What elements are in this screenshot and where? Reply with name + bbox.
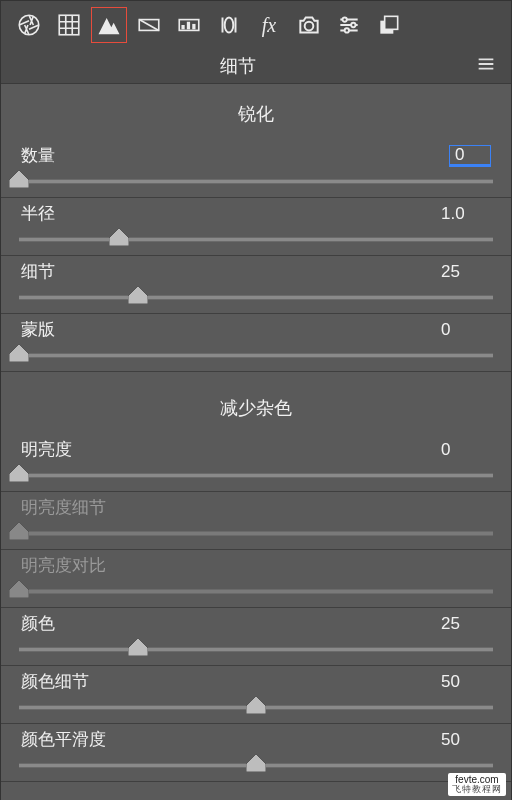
svg-point-10 (351, 23, 355, 27)
slider[interactable] (19, 285, 493, 309)
camera-icon[interactable] (291, 7, 327, 43)
noise-params: 明亮度0明亮度细节明亮度对比颜色25颜色细节50颜色平滑度50 (19, 438, 493, 782)
panel-body: 锐化 数量0半径1.0细节25蒙版0 减少杂色 明亮度0明亮度细节明亮度对比颜色… (1, 83, 511, 800)
svg-point-7 (225, 17, 234, 32)
noise-param-1: 明亮度细节 (19, 496, 493, 550)
param-value[interactable]: 25 (441, 262, 491, 282)
noise-param-4: 颜色细节50 (19, 670, 493, 724)
svg-rect-1 (59, 15, 79, 35)
slider-track (19, 647, 493, 652)
param-label: 颜色平滑度 (21, 728, 106, 751)
slider[interactable] (19, 169, 493, 193)
levels-icon[interactable] (171, 7, 207, 43)
slider[interactable] (19, 463, 493, 487)
sharpen-param-3: 蒙版0 (19, 318, 493, 372)
slider-track (19, 473, 493, 478)
slider (19, 579, 493, 603)
param-label: 半径 (21, 202, 55, 225)
panel-title: 细节 (1, 54, 475, 78)
separator (1, 371, 511, 372)
slider[interactable] (19, 753, 493, 777)
param-label: 明亮度对比 (21, 554, 106, 577)
param-row: 明亮度细节 (19, 496, 493, 523)
param-label: 细节 (21, 260, 55, 283)
slider-track (19, 295, 493, 300)
noise-section-title: 减少杂色 (19, 396, 493, 420)
param-value[interactable]: 50 (441, 672, 491, 692)
param-value[interactable]: 1.0 (441, 204, 491, 224)
mountain-icon[interactable] (91, 7, 127, 43)
menu-icon[interactable] (475, 53, 497, 79)
noise-param-2: 明亮度对比 (19, 554, 493, 608)
slider-track (19, 237, 493, 242)
param-row: 数量0 (19, 144, 493, 171)
svg-rect-4 (181, 25, 184, 29)
param-label: 颜色细节 (21, 670, 89, 693)
param-label: 明亮度细节 (21, 496, 106, 519)
param-row: 颜色平滑度50 (19, 728, 493, 755)
exposure-icon[interactable] (131, 7, 167, 43)
svg-marker-23 (246, 754, 266, 772)
slider[interactable] (19, 637, 493, 661)
svg-marker-18 (9, 464, 29, 482)
sliders-icon[interactable] (331, 7, 367, 43)
separator (1, 313, 511, 314)
stack-icon[interactable] (371, 7, 407, 43)
slider-track (19, 531, 493, 536)
param-label: 颜色 (21, 612, 55, 635)
param-label: 蒙版 (21, 318, 55, 341)
svg-rect-13 (385, 16, 398, 29)
param-value[interactable]: 0 (449, 145, 491, 167)
svg-marker-16 (128, 286, 148, 304)
svg-rect-6 (192, 24, 195, 29)
param-value[interactable]: 50 (441, 730, 491, 750)
noise-param-3: 颜色25 (19, 612, 493, 666)
slider[interactable] (19, 343, 493, 367)
param-row: 半径1.0 (19, 202, 493, 229)
separator (1, 665, 511, 666)
toolbar: fx (1, 1, 511, 49)
param-row: 细节25 (19, 260, 493, 287)
sharpen-param-0: 数量0 (19, 144, 493, 198)
param-value[interactable]: 0 (441, 320, 491, 340)
grid-icon[interactable] (51, 7, 87, 43)
slider (19, 521, 493, 545)
param-row: 颜色25 (19, 612, 493, 639)
svg-marker-19 (9, 522, 29, 540)
sharpen-param-2: 细节25 (19, 260, 493, 314)
svg-point-11 (345, 28, 349, 32)
watermark-line2: 飞特教程网 (452, 785, 502, 795)
slider-track (19, 353, 493, 358)
svg-point-8 (305, 22, 314, 31)
svg-marker-15 (109, 228, 129, 246)
svg-point-9 (343, 17, 347, 21)
slider-track (19, 589, 493, 594)
param-row: 明亮度对比 (19, 554, 493, 581)
svg-rect-5 (187, 22, 190, 30)
svg-marker-14 (9, 170, 29, 188)
sharpen-params: 数量0半径1.0细节25蒙版0 (19, 144, 493, 372)
param-label: 明亮度 (21, 438, 72, 461)
param-row: 明亮度0 (19, 438, 493, 465)
separator (1, 549, 511, 550)
fx-icon[interactable]: fx (251, 7, 287, 43)
param-row: 颜色细节50 (19, 670, 493, 697)
sharpen-section-title: 锐化 (19, 102, 493, 126)
panel-title-row: 细节 (1, 49, 511, 83)
separator (1, 781, 511, 782)
separator (1, 197, 511, 198)
param-value[interactable]: 25 (441, 614, 491, 634)
noise-param-0: 明亮度0 (19, 438, 493, 492)
svg-marker-17 (9, 344, 29, 362)
slider[interactable] (19, 695, 493, 719)
watermark: fevte.com 飞特教程网 (448, 773, 506, 796)
svg-marker-22 (246, 696, 266, 714)
slider[interactable] (19, 227, 493, 251)
lens-icon[interactable] (211, 7, 247, 43)
noise-param-5: 颜色平滑度50 (19, 728, 493, 782)
aperture-icon[interactable] (11, 7, 47, 43)
param-value[interactable]: 0 (441, 440, 491, 460)
param-row: 蒙版0 (19, 318, 493, 345)
separator (1, 491, 511, 492)
slider-track (19, 179, 493, 184)
